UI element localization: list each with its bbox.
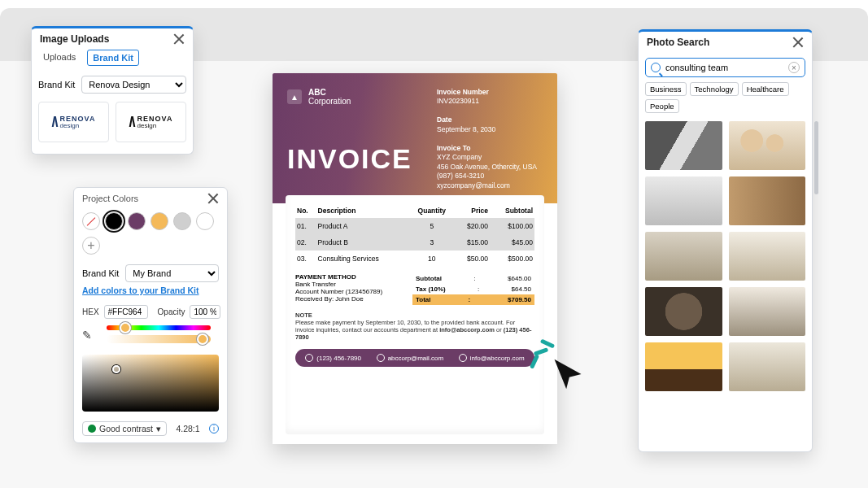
hue-slider[interactable] (107, 325, 211, 330)
photo-result[interactable] (645, 287, 722, 336)
project-colors-title: Project Colors (82, 194, 138, 203)
invoice-document[interactable]: ▲ ABCCorporation INVOICE Invoice NumberI… (273, 73, 557, 444)
photo-result[interactable] (645, 342, 722, 391)
invoice-note: NOTE Please make payment by September 10… (295, 312, 534, 341)
photo-search-panel: Photo Search × Business Technology Healt… (638, 29, 813, 452)
invoice-meta: Invoice NumberINV20230911 DateSeptember … (437, 88, 543, 190)
contrast-dropdown[interactable]: Good contrast ▾ (82, 421, 167, 436)
tab-uploads[interactable]: Uploads (38, 50, 81, 66)
photo-result[interactable] (645, 176, 722, 225)
check-icon (88, 425, 96, 433)
alpha-slider[interactable] (107, 335, 211, 343)
brand-kit-select[interactable]: Renova Design (81, 76, 186, 94)
tab-brand-kit[interactable]: Brand Kit (87, 50, 139, 66)
swatch-plum[interactable] (128, 212, 146, 230)
filter-chip[interactable]: People (645, 99, 679, 113)
close-icon[interactable] (207, 193, 219, 204)
image-uploads-panel: Image Uploads Uploads Brand Kit Brand Ki… (31, 26, 194, 155)
photo-result[interactable] (729, 232, 806, 281)
chevron-down-icon: ▾ (156, 424, 161, 434)
swatch-amber[interactable] (150, 212, 168, 230)
payment-method: PAYMENT METHOD Bank Transfer Account Num… (295, 273, 404, 305)
filter-chip[interactable]: Healthcare (742, 82, 789, 96)
photo-search-title: Photo Search (647, 37, 709, 48)
globe-icon (459, 354, 467, 362)
eyedropper-icon[interactable]: ✎ (82, 329, 92, 342)
photo-result[interactable] (645, 121, 722, 170)
photo-result[interactable] (645, 232, 722, 281)
invoice-table: No. Description Quantity Price Subtotal … (295, 203, 534, 267)
swatch-white[interactable] (196, 212, 214, 230)
opacity-label: Opacity (158, 307, 185, 316)
logo-thumbnail[interactable]: /\ RENOVAdesign (116, 102, 186, 142)
company-logo-icon: ▲ (287, 89, 302, 104)
photo-result[interactable] (729, 342, 806, 391)
photo-search-input[interactable] (665, 63, 783, 72)
image-uploads-title: Image Uploads (40, 33, 109, 45)
saturation-value-picker[interactable] (82, 355, 219, 412)
photo-result[interactable] (729, 176, 806, 225)
contrast-ratio: 4.28:1 (176, 424, 199, 434)
invoice-footer: (123) 456-7890 abccorp@mail.com info@abc… (295, 349, 534, 367)
opacity-input[interactable] (190, 305, 220, 319)
table-row: 02.Product B 3$15.00$45.00 (295, 234, 534, 251)
invoice-totals: Subtotal:$645.00 Tax (10%):$64.50 Total:… (412, 273, 534, 305)
table-row: 03.Consulting Services 10$50.00$500.00 (295, 251, 534, 267)
add-swatch-button[interactable]: + (82, 237, 100, 255)
brand-kit-label: Brand Kit (82, 268, 119, 278)
close-icon[interactable] (792, 37, 804, 48)
logo-thumbnail[interactable]: /\ RENOVAdesign (38, 102, 109, 142)
close-icon[interactable] (173, 33, 185, 45)
swatch-black[interactable] (105, 212, 123, 230)
brand-kit-label: Brand Kit (38, 80, 75, 89)
swatch-grey[interactable] (173, 212, 191, 230)
project-colors-panel: Project Colors + Brand Kit My Brand Add … (73, 187, 228, 443)
filter-chip[interactable]: Business (645, 82, 687, 96)
clear-search-button[interactable]: × (788, 62, 800, 73)
hex-label: HEX (82, 307, 99, 316)
brand-kit-select[interactable]: My Brand (125, 264, 219, 282)
add-colors-link[interactable]: Add colors to your Brand Kit (74, 285, 227, 302)
photo-result[interactable] (729, 287, 806, 336)
search-icon (651, 63, 661, 72)
table-row: 01.Product A 5$20.00$100.00 (295, 218, 534, 234)
photo-result[interactable] (729, 121, 806, 170)
mail-icon (377, 354, 385, 362)
hex-input[interactable] (104, 305, 148, 319)
info-icon[interactable]: i (209, 424, 219, 434)
filter-chip[interactable]: Technology (690, 82, 739, 96)
swatch-none[interactable] (82, 212, 100, 230)
phone-icon (305, 354, 313, 362)
